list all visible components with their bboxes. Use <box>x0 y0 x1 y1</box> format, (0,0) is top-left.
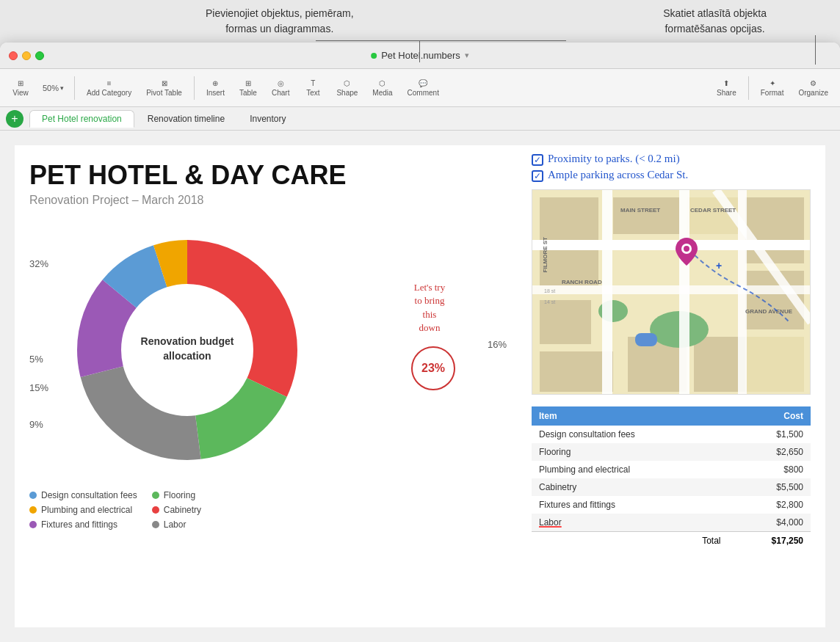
label-15: 15% <box>29 382 48 393</box>
label-32: 32% <box>29 258 48 269</box>
sheet-title: PET HOTEL & DAY CARE <box>29 160 470 191</box>
minimize-button[interactable] <box>22 51 31 60</box>
insert-button[interactable]: ⊕ Insert <box>200 76 231 100</box>
close-button[interactable] <box>9 51 18 60</box>
svg-rect-10 <box>540 197 598 241</box>
spreadsheet-sheet: PET HOTEL & DAY CARE Renovation Project … <box>15 145 825 627</box>
tooltip-arrow-center <box>419 40 420 62</box>
legend-flooring: Flooring <box>152 490 201 500</box>
table-row: Labor$4,000 <box>532 514 811 532</box>
legend-dot-cabinetry <box>152 506 159 514</box>
toolbar-separator-2 <box>194 76 195 100</box>
donut-chart-wrapper[interactable]: 32% 5% 15% 9% 16% <box>59 222 470 481</box>
svg-rect-26 <box>532 285 811 294</box>
tab-renovation-timeline[interactable]: Renovation timeline <box>136 111 236 127</box>
zoom-control[interactable]: 50% ▾ <box>38 81 68 95</box>
label-9: 9% <box>29 419 43 430</box>
map-container[interactable]: FILMORE ST MAIN STREET CEDAR STREET RANC… <box>532 189 811 395</box>
svg-rect-12 <box>613 197 679 234</box>
table-cell-cost: $1,500 <box>728 426 811 443</box>
toolbar: ⊞ View 50% ▾ ≡ Add Category ⊠ Pivot Tabl… <box>0 69 840 107</box>
legend-dot-flooring <box>152 492 159 499</box>
legend-col-right: Flooring Cabinetry Labor <box>152 490 201 530</box>
svg-rect-27 <box>602 190 612 395</box>
total-label: Total <box>532 532 728 550</box>
checkbox-2[interactable] <box>532 170 543 182</box>
organize-icon: ⚙ <box>810 79 817 87</box>
svg-text:CEDAR STREET: CEDAR STREET <box>690 207 736 214</box>
media-icon: ⬡ <box>379 79 385 87</box>
table-row: Flooring$2,650 <box>532 443 811 461</box>
share-button[interactable]: ⬆ Share <box>711 76 742 100</box>
chart-legend: Design consultation fees Plumbing and el… <box>29 490 470 530</box>
comment-icon: 💬 <box>419 79 427 87</box>
legend-dot-fixtures <box>29 521 37 528</box>
svg-rect-23 <box>635 333 657 346</box>
table-cell-cost: $4,000 <box>728 514 811 532</box>
table-row: Cabinetry$5,500 <box>532 478 811 496</box>
table-row: Design consultation fees$1,500 <box>532 426 811 443</box>
svg-text:FILMORE ST: FILMORE ST <box>542 237 548 273</box>
table-cell-item: Flooring <box>532 443 728 461</box>
table-total-row: Total $17,250 <box>532 532 811 550</box>
budget-table[interactable]: Item Cost Design consultation fees$1,500… <box>532 406 811 550</box>
tooltip-line-left <box>316 40 419 41</box>
format-button[interactable]: ✦ Format <box>755 76 790 100</box>
chart-button[interactable]: ◎ Chart <box>266 76 295 100</box>
text-icon: T <box>311 79 315 87</box>
maximize-button[interactable] <box>35 51 44 60</box>
shape-icon: ⬡ <box>344 79 350 87</box>
handwritten-notes: Proximity to parks. (< 0.2 mi) Ample par… <box>532 153 811 182</box>
view-button[interactable]: ⊞ View <box>6 76 35 100</box>
tab-inventory[interactable]: Inventory <box>238 111 297 127</box>
annotation-text: Let's tryto bringthis down <box>411 281 448 335</box>
table-cell-item: Plumbing and electrical <box>532 461 728 478</box>
table-body: Design consultation fees$1,500Flooring$2… <box>532 426 811 532</box>
shape-button[interactable]: ⬡ Shape <box>330 76 363 100</box>
checkbox-1[interactable] <box>532 154 543 166</box>
legend-dot-plumbing <box>29 506 37 514</box>
add-category-button[interactable]: ≡ Add Category <box>81 76 137 100</box>
total-value: $17,250 <box>728 532 811 550</box>
svg-text:Renovation budget: Renovation budget <box>141 335 234 347</box>
legend-design: Design consultation fees <box>29 490 137 500</box>
legend-dot-design <box>29 492 37 499</box>
table-cell-cost: $2,800 <box>728 496 811 514</box>
comment-button[interactable]: 💬 Comment <box>402 76 445 100</box>
main-window: Pet Hotel.numbers ▾ ⊞ View 50% ▾ ≡ Add C… <box>0 43 840 642</box>
table-cell-item: Cabinetry <box>532 478 728 496</box>
sheet-subtitle: Renovation Project – March 2018 <box>29 194 470 207</box>
legend-col-left: Design consultation fees Plumbing and el… <box>29 490 137 530</box>
legend-fixtures: Fixtures and fittings <box>29 519 137 530</box>
media-button[interactable]: ⬡ Media <box>366 76 398 100</box>
toolbar-separator-1 <box>74 76 75 100</box>
add-sheet-button[interactable]: + <box>6 110 23 128</box>
title-chevron-icon[interactable]: ▾ <box>465 51 469 60</box>
share-icon: ⬆ <box>723 79 729 87</box>
legend-labor: Labor <box>152 519 201 530</box>
format-icon: ✦ <box>770 79 775 87</box>
tooltip-line-right <box>419 40 566 41</box>
label-5: 5% <box>29 354 43 365</box>
pivot-table-button[interactable]: ⊠ Pivot Table <box>140 76 188 100</box>
organize-button[interactable]: ⚙ Organize <box>792 76 834 100</box>
table-icon: ⊞ <box>245 79 251 87</box>
table-cell-item: Labor <box>532 514 728 532</box>
svg-rect-20 <box>745 337 804 392</box>
sheet-content: PET HOTEL & DAY CARE Renovation Project … <box>0 131 840 642</box>
titlebar: Pet Hotel.numbers ▾ <box>0 43 840 69</box>
svg-text:+: + <box>716 260 722 271</box>
table-cell-cost: $800 <box>728 461 811 478</box>
label-16: 16% <box>488 339 507 350</box>
text-button[interactable]: T Text <box>298 76 327 100</box>
map-svg: FILMORE ST MAIN STREET CEDAR STREET RANC… <box>532 190 811 395</box>
table-button[interactable]: ⊞ Table <box>233 76 263 100</box>
donut-svg[interactable]: Renovation budget allocation <box>59 222 316 478</box>
right-area: Proximity to parks. (< 0.2 mi) Ample par… <box>532 153 811 550</box>
toolbar-separator-3 <box>748 76 749 100</box>
table-row: Fixtures and fittings$2,800 <box>532 496 811 514</box>
tab-pet-hotel-renovation[interactable]: Pet Hotel renovation <box>29 110 134 128</box>
unsaved-indicator <box>371 53 377 59</box>
chart-icon: ◎ <box>278 79 284 87</box>
annotation-circle: 23% <box>411 346 455 390</box>
